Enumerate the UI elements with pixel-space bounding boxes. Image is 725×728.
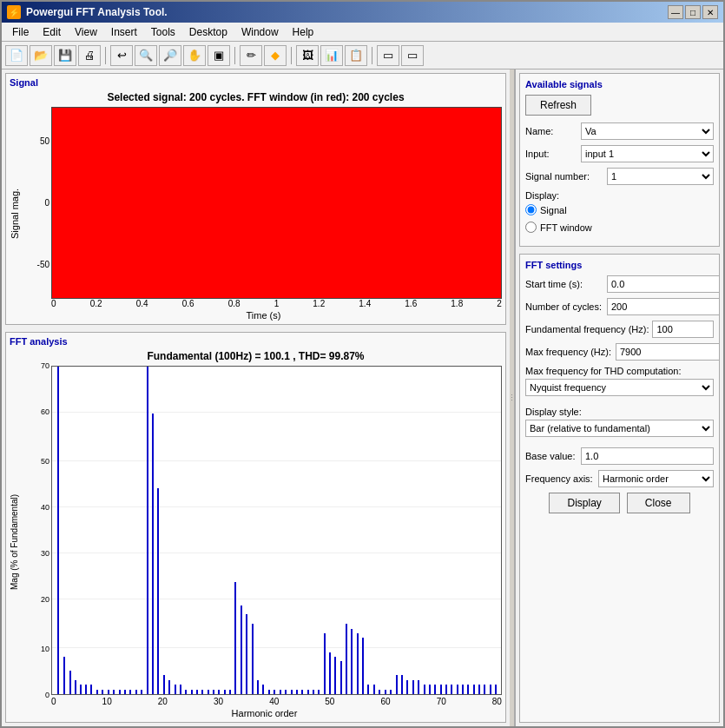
start-time-row: Start time (s):	[525, 275, 714, 293]
menu-window[interactable]: Window	[234, 24, 286, 39]
fund-freq-label: Fundamental frequency (Hz):	[525, 324, 649, 334]
menu-edit[interactable]: Edit	[36, 24, 68, 39]
tb-new[interactable]: 📄	[5, 45, 28, 66]
max-freq-input[interactable]	[616, 343, 720, 361]
signal-y-label: Signal mag.	[10, 107, 25, 321]
display-button[interactable]: Display	[549, 493, 619, 513]
display-label: Display:	[525, 190, 577, 201]
max-freq-thd-select[interactable]: Nyquist frequency	[525, 379, 714, 396]
freq-axis-row: Frequency axis: Harmonic order	[525, 470, 714, 487]
fft-bar	[340, 661, 342, 694]
minimize-button[interactable]: —	[668, 5, 683, 19]
fft-bar	[246, 614, 247, 694]
fft-bar	[362, 638, 364, 694]
signal-radio-label: Signal	[540, 205, 567, 215]
fft-bar	[334, 657, 336, 694]
tb-annotate[interactable]: ✏	[240, 45, 262, 66]
tb-chart[interactable]: 📊	[320, 45, 343, 66]
tb-figure[interactable]: 🖼	[296, 45, 319, 66]
menu-help[interactable]: Help	[286, 24, 321, 39]
signal-number-select[interactable]: 1	[607, 168, 714, 185]
fft-bar	[424, 685, 425, 694]
fft-window-radio[interactable]	[525, 222, 537, 233]
fft-bar	[445, 685, 447, 694]
tb-zoom-in[interactable]: 🔍	[135, 45, 157, 66]
freq-axis-select[interactable]: Harmonic order	[598, 470, 714, 487]
display-style-container: Display style: Bar (relative to fundamen…	[525, 407, 714, 442]
tb-print[interactable]: 🖨	[78, 45, 101, 66]
fft-bar	[490, 685, 491, 694]
name-select[interactable]: Va	[581, 122, 714, 140]
signal-section: Signal Selected signal: 200 cycles. FFT …	[5, 73, 506, 325]
tb-pan[interactable]: ✋	[183, 45, 206, 66]
name-row: Name: Va	[525, 122, 714, 140]
display-style-select[interactable]: Bar (relative to fundamental)	[525, 420, 714, 437]
fft-bar	[274, 690, 275, 694]
tb-undo[interactable]: ↩	[110, 45, 133, 66]
fft-bar	[262, 685, 264, 694]
fft-bar	[113, 690, 115, 694]
fft-settings-title: FFT settings	[525, 260, 714, 270]
fft-bar	[135, 690, 137, 694]
fft-bar	[412, 680, 414, 694]
fund-freq-row: Fundamental frequency (Hz):	[525, 321, 714, 338]
tb-zoom-out[interactable]: 🔎	[159, 45, 181, 66]
fft-bar	[473, 685, 475, 694]
input-select[interactable]: input 1	[581, 145, 714, 162]
refresh-button[interactable]: Refresh	[525, 95, 591, 116]
grid-h-20	[52, 599, 501, 599]
fft-bar	[429, 685, 431, 694]
max-freq-label: Max frequency (Hz):	[525, 347, 612, 357]
close-button[interactable]: ✕	[702, 5, 718, 19]
fft-bar	[285, 690, 287, 694]
menu-desktop[interactable]: Desktop	[182, 24, 234, 39]
fft-chart-title: Fundamental (100Hz) = 100.1 , THD= 99.87…	[10, 350, 502, 362]
window-title: Powergui FFT Analysis Tool.	[26, 6, 168, 18]
fft-bar	[208, 690, 209, 694]
fft-bar	[396, 675, 398, 694]
fft-bar	[119, 690, 121, 694]
fft-bar	[213, 690, 214, 694]
fft-bar	[168, 680, 170, 694]
menu-tools[interactable]: Tools	[144, 24, 182, 39]
fft-bar	[462, 685, 464, 694]
fft-bar	[108, 690, 109, 694]
base-value-row: Base value:	[525, 447, 714, 465]
signal-y-axis: 50 0 -50	[25, 107, 51, 299]
tb-copy[interactable]: 📋	[345, 45, 367, 66]
tb-rect1[interactable]: ▭	[377, 45, 399, 66]
close-button[interactable]: Close	[627, 493, 690, 513]
fft-bar	[318, 690, 320, 694]
menu-insert[interactable]: Insert	[104, 24, 144, 39]
tb-select[interactable]: ▣	[208, 45, 230, 66]
fft-bar	[379, 690, 380, 694]
titlebar-controls[interactable]: — □ ✕	[668, 5, 718, 19]
tb-open[interactable]: 📂	[30, 45, 52, 66]
fft-bar	[307, 690, 309, 694]
start-time-input[interactable]	[607, 275, 720, 293]
maximize-button[interactable]: □	[685, 5, 701, 19]
fft-bar	[152, 414, 154, 694]
signal-plot	[51, 107, 502, 299]
menu-view[interactable]: View	[68, 24, 104, 39]
fft-bar	[357, 633, 359, 694]
fft-bar	[418, 680, 419, 694]
fft-x-labels: 0 10 20 30 40 50 60 70 80	[27, 695, 502, 706]
tb-save[interactable]: 💾	[54, 45, 76, 66]
tb-color[interactable]: ◆	[264, 45, 287, 66]
fft-bar	[451, 685, 452, 694]
main-content: Signal Selected signal: 200 cycles. FFT …	[2, 69, 723, 726]
fft-bar	[401, 675, 403, 694]
input-label: Input:	[525, 149, 577, 159]
fft-bar	[124, 690, 126, 694]
fund-freq-input[interactable]	[652, 321, 714, 338]
fft-bar	[80, 685, 82, 694]
menu-file[interactable]: File	[5, 24, 36, 39]
signal-radio[interactable]	[525, 204, 537, 215]
num-cycles-input[interactable]	[607, 298, 720, 315]
base-value-input[interactable]	[581, 447, 714, 465]
fft-bar	[296, 690, 298, 694]
fft-bar	[385, 690, 386, 694]
signal-chart-title: Selected signal: 200 cycles. FFT window …	[10, 91, 502, 103]
tb-rect2[interactable]: ▭	[401, 45, 424, 66]
